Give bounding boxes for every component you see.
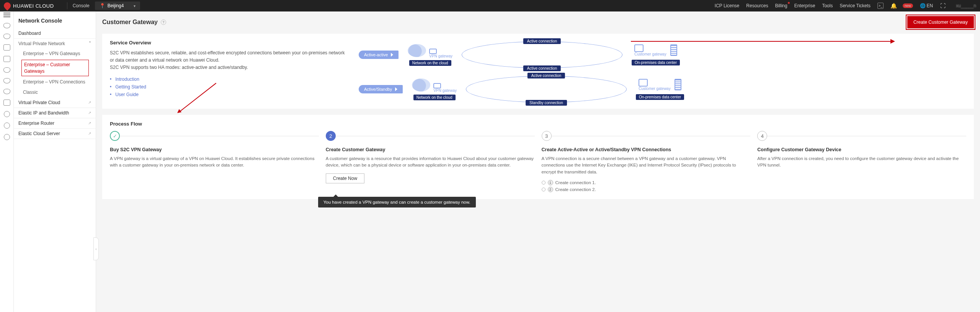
vpn-gateway-icon — [429, 49, 437, 54]
radio-icon — [542, 181, 546, 185]
process-step-4: 4 Configure Customer Gateway Device Afte… — [757, 136, 966, 193]
cloud-icon[interactable] — [3, 78, 10, 83]
mode-active-active-chip: Active-active — [359, 51, 399, 59]
external-link-icon: ↗ — [88, 111, 91, 115]
cloud-icon — [408, 44, 426, 57]
language-selector[interactable]: 🌐EN — [920, 3, 933, 8]
architecture-diagram: Active-active VPN gateway Network on the… — [359, 40, 966, 103]
huawei-logo-icon — [2, 1, 12, 10]
process-flow-card: Process Flow ✓ Buy S2C VPN Gateway A VPN… — [102, 115, 974, 199]
sidebar-item-eip[interactable]: Elastic IP and Bandwidth↗ — [14, 108, 96, 118]
hamburger-icon[interactable] — [3, 15, 10, 15]
device-icon[interactable] — [3, 56, 10, 62]
cloud-icon[interactable] — [3, 89, 10, 94]
datacenter-icon — [675, 79, 681, 90]
clock-icon[interactable] — [4, 111, 10, 117]
sidebar: Network Console Dashboard Virtual Privat… — [14, 11, 96, 312]
step-title: Buy S2C VPN Gateway — [110, 147, 319, 152]
substep-number: 2 — [548, 187, 553, 192]
sidebar-item-ecs[interactable]: Elastic Cloud Server↗ — [14, 129, 96, 139]
vpn-gateway-icon — [433, 83, 441, 88]
sidebar-item-er[interactable]: Enterprise Router↗ — [14, 118, 96, 129]
tooltip: You have created a VPN gateway and can c… — [318, 197, 476, 207]
process-heading: Process Flow — [110, 121, 966, 127]
sidebar-item-vpn-gateways[interactable]: Enterprise – VPN Gateways — [14, 49, 96, 59]
globe-icon[interactable] — [4, 134, 10, 140]
connection-label: Active connection — [528, 73, 565, 78]
step-number-icon: 4 — [757, 131, 767, 141]
terminal-icon[interactable]: >_ — [877, 3, 884, 9]
step-desc: After a VPN connection is created, you n… — [757, 155, 966, 169]
process-step-3: 3 Create Active-Active or Active/Standby… — [542, 136, 751, 193]
nav-icp[interactable]: ICP License — [715, 3, 739, 8]
external-link-icon: ↗ — [88, 121, 91, 125]
cloud-label: Network on the cloud — [409, 60, 451, 66]
customer-gateway-icon — [634, 44, 644, 52]
step-desc: A VPN gateway is a virtual gateway of a … — [110, 155, 319, 169]
nav-tickets[interactable]: Service Tickets — [840, 3, 871, 8]
substep-label: Create connection 2. — [555, 187, 596, 192]
cloud-icon[interactable] — [3, 23, 10, 28]
region-label: Beijing4 — [108, 3, 124, 8]
globe-icon: 🌐 — [920, 3, 926, 8]
nav-resources[interactable]: Resources — [746, 3, 768, 8]
sidebar-title: Network Console — [14, 15, 96, 28]
sidebar-item-customer-gateways[interactable]: Enterprise – Customer Gateways — [21, 60, 89, 77]
create-now-button[interactable]: Create Now — [326, 173, 364, 183]
brand-label: HUAWEI CLOUD — [13, 3, 54, 9]
user-menu[interactable]: xu_____n — [956, 3, 976, 8]
substep-number: 1 — [548, 180, 553, 185]
datacenter-icon — [670, 44, 677, 56]
radio-icon — [542, 188, 546, 191]
logo[interactable]: HUAWEI CLOUD — [4, 2, 54, 9]
step-title: Create Active-Active or Active/Standby V… — [542, 147, 751, 152]
maximize-icon[interactable]: ⛶ — [940, 3, 946, 9]
nav-enterprise[interactable]: Enterprise — [794, 3, 815, 8]
overview-heading: Service Overview — [110, 40, 347, 46]
new-badge: new — [903, 3, 913, 8]
link-getting-started[interactable]: Getting Started — [115, 84, 146, 90]
mode-active-standby-chip: Active/Standby — [359, 85, 403, 93]
help-icon[interactable]: ? — [161, 20, 166, 25]
connection-ellipse-icon — [462, 41, 622, 68]
top-bar: HUAWEI CLOUD Console 📍 Beijing4 ▾ ICP Li… — [0, 0, 980, 11]
cloud-icon[interactable] — [3, 67, 10, 73]
sidebar-item-vpc[interactable]: Virtual Private Cloud↗ — [14, 98, 96, 108]
onprem-label: On-premises data center — [632, 60, 680, 65]
step-desc: A customer gateway is a resource that pr… — [326, 155, 535, 169]
icon-rail — [0, 11, 14, 312]
process-step-2: 2 Create Customer Gateway A customer gat… — [326, 136, 535, 193]
step-desc: A VPN connection is a secure channel bet… — [542, 155, 751, 175]
people-icon[interactable] — [4, 123, 10, 129]
sidebar-item-vpn-connections[interactable]: Enterprise – VPN Connections — [14, 77, 96, 87]
customer-gateway-icon — [639, 79, 648, 87]
content-area: Customer Gateway ? Create Customer Gatew… — [96, 11, 980, 312]
nav-tools[interactable]: Tools — [822, 3, 833, 8]
chevron-down-icon: ▾ — [134, 4, 136, 8]
connection-label: Active connection — [523, 38, 561, 44]
nav-billing[interactable]: Billing — [775, 3, 787, 8]
step-number-icon: 2 — [326, 131, 336, 141]
pin-icon: 📍 — [100, 3, 105, 8]
bell-icon[interactable]: 🔔 — [890, 3, 897, 9]
anchor-icon[interactable] — [3, 100, 10, 106]
step-number-icon: 3 — [542, 131, 552, 141]
bars-icon[interactable] — [3, 44, 10, 51]
process-step-1: ✓ Buy S2C VPN Gateway A VPN gateway is a… — [110, 136, 319, 193]
substep-label: Create connection 1. — [555, 180, 596, 185]
console-link[interactable]: Console — [73, 3, 90, 8]
notification-dot-icon — [788, 2, 790, 4]
sidebar-item-dashboard[interactable]: Dashboard — [14, 28, 96, 39]
create-customer-gateway-button[interactable]: Create Customer Gateway — [907, 16, 974, 28]
bullet-icon: • — [110, 77, 111, 82]
bullet-icon: • — [110, 84, 111, 90]
sidebar-item-classic[interactable]: Classic — [14, 87, 96, 98]
region-selector[interactable]: 📍 Beijing4 ▾ — [95, 2, 140, 10]
overview-text: S2C VPN establishes secure, reliable, an… — [110, 49, 347, 64]
sidebar-item-vpn[interactable]: Virtual Private Network˄ — [14, 39, 96, 49]
external-link-icon: ↗ — [88, 100, 91, 105]
link-introduction[interactable]: Introduction — [115, 77, 139, 82]
cloud-icon[interactable] — [3, 34, 10, 39]
link-user-guide[interactable]: User Guide — [115, 92, 139, 97]
cloud-icon — [412, 78, 430, 91]
